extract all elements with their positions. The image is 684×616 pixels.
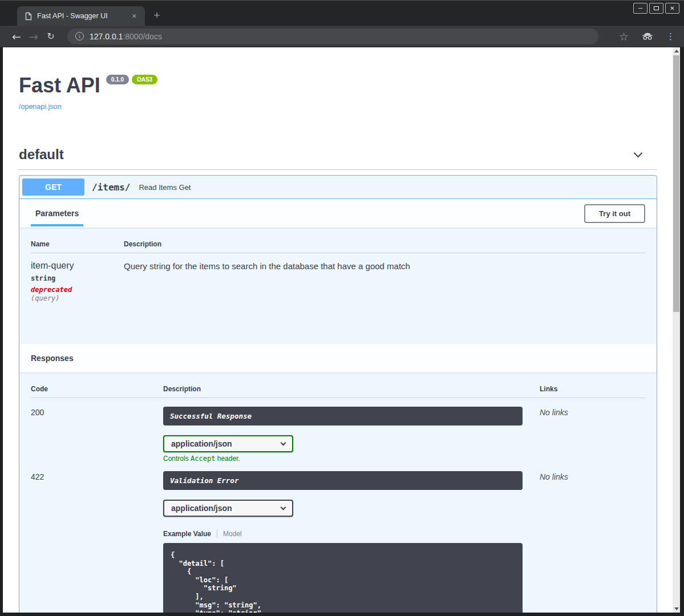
param-type: string [31,274,124,282]
parameters-body: Name Description item-query string depre… [19,228,657,344]
browser-toolbar: ← → ↻ i 127.0.0.1:8000/docs ☆ ⋮ [0,26,684,47]
tab-parameters[interactable]: Parameters [31,209,83,218]
col-header-description: Description [124,240,161,248]
col-header-links: Links [540,385,557,393]
param-deprecated-flag: deprecated [31,286,124,294]
response-description-box: Validation Error [163,471,523,490]
browser-tab[interactable]: Fast API - Swagger UI ✕ [17,6,145,26]
col-header-code: Code [31,385,163,393]
scrollbar-thumb[interactable] [673,55,679,312]
browser-window: Fast API - Swagger UI ✕ + ─ ✕ ← → ↻ i 12… [0,0,684,616]
chevron-down-icon[interactable] [634,148,643,157]
response-code: 422 [31,471,163,613]
openapi-spec-link[interactable]: /openapi.json [19,103,61,111]
parameter-row: item-query string deprecated (query) Que… [31,261,645,302]
window-controls: ─ ✕ [633,3,679,14]
site-info-icon[interactable]: i [75,32,84,40]
responses-body: Code Description Links 200 Successful Re… [19,372,657,613]
accept-header-note: Controls Accept header. [163,455,540,463]
tab-model[interactable]: Model [223,530,242,538]
responses-header: Responses [19,344,657,372]
url-path: :8000/docs [123,32,162,41]
document-icon [25,12,32,21]
oas3-badge: OAS3 [132,75,157,84]
url-host: 127.0.0.1 [90,32,123,41]
page-scrollbar[interactable] [673,47,680,613]
tag-section-default: default GET /items/ Read Items Get Para [19,144,657,613]
col-header-resp-description: Description [163,385,540,393]
tab-close-icon[interactable]: ✕ [129,11,139,21]
response-code: 200 [31,407,163,463]
try-it-out-button[interactable]: Try it out [584,204,645,223]
response-row-200: 200 Successful Response application/json… [31,407,645,463]
param-name: item-query [31,261,124,271]
maximize-button[interactable] [649,3,663,14]
content-viewport: Fast API 0.1.0 OAS3 /openapi.json defaul… [0,47,684,616]
url-bar[interactable]: i 127.0.0.1:8000/docs [67,29,598,44]
example-model-tabs: Example Value Model [163,529,540,538]
responses-title: Responses [31,354,74,363]
tab-example-value[interactable]: Example Value [163,530,211,538]
api-title: Fast API [19,74,100,98]
operation-description: Read Items Get [139,183,191,192]
scrollbar-up-arrow[interactable] [673,47,680,55]
operation-summary[interactable]: GET /items/ Read Items Get [19,176,657,199]
back-icon[interactable]: ← [8,30,25,43]
method-get-button: GET [22,179,84,196]
operation-path: /items/ [92,182,130,193]
tag-header[interactable]: default [19,144,657,165]
example-json-block: { "detail": [ { "loc": [ "string" ], "ms… [163,543,523,613]
parameters-header: Parameters Try it out [19,199,657,228]
divider [19,169,657,170]
active-tab-underline [31,224,83,226]
media-type-value: application/json [171,439,232,448]
incognito-icon [641,31,654,42]
media-type-select[interactable]: application/json [163,435,293,452]
response-description-box: Successful Response [163,407,523,425]
bookmark-star-icon[interactable]: ☆ [619,30,629,43]
tag-name: default [19,147,64,163]
select-chevron-icon [281,440,286,445]
opblock-get-items: GET /items/ Read Items Get Parameters Tr… [19,175,657,613]
menu-kebab-icon[interactable]: ⋮ [666,31,675,42]
forward-icon[interactable]: → [25,30,42,43]
media-type-value: application/json [171,504,232,513]
api-info: Fast API 0.1.0 OAS3 /openapi.json [19,74,657,111]
media-type-select[interactable]: application/json [163,500,293,517]
response-links: No links [540,407,568,463]
tab-separator [217,529,217,538]
swagger-page: Fast API 0.1.0 OAS3 /openapi.json defaul… [3,47,673,613]
titlebar: Fast API - Swagger UI ✕ + ─ ✕ [0,1,684,26]
param-location: (query) [31,294,124,302]
tab-title: Fast API - Swagger UI [37,12,129,20]
reload-icon[interactable]: ↻ [42,31,59,42]
minimize-button[interactable]: ─ [633,3,647,14]
col-header-name: Name [31,240,124,248]
new-tab-button[interactable]: + [149,8,164,23]
scrollbar-down-arrow[interactable] [673,605,680,613]
response-links: No links [540,471,568,613]
select-chevron-icon [281,504,286,510]
close-button[interactable]: ✕ [665,3,679,14]
response-row-422: 422 Validation Error application/json Ex… [31,471,645,613]
version-badge: 0.1.0 [106,75,129,84]
parameters-label: Parameters [35,209,79,218]
maximize-icon [654,6,659,10]
param-description: Query string for the items to search in … [124,261,410,302]
